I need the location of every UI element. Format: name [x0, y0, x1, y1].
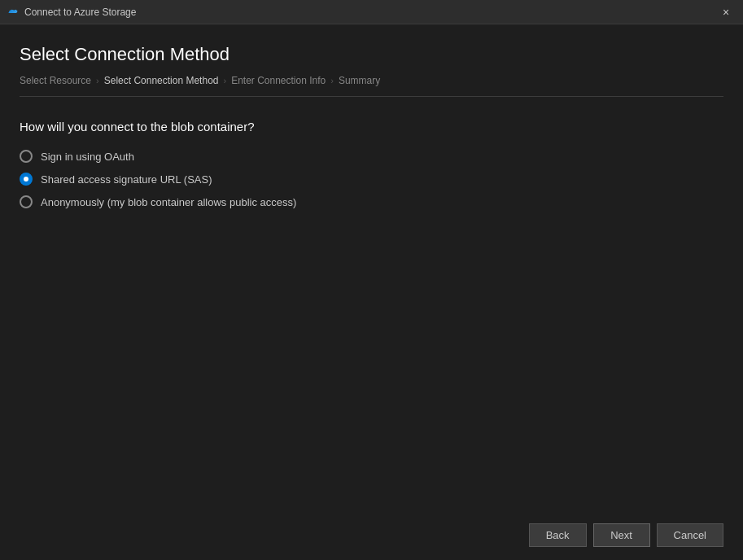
breadcrumb-sep-3: ›: [330, 76, 334, 85]
breadcrumb-item-summary: Summary: [339, 75, 380, 86]
radio-oauth-label: Sign in using OAuth: [41, 151, 134, 163]
title-bar: Connect to Azure Storage ×: [0, 0, 743, 24]
connection-method-group: Sign in using OAuth Shared access signat…: [20, 150, 723, 208]
window-title: Connect to Azure Storage: [24, 7, 715, 18]
radio-anon[interactable]: [20, 195, 33, 208]
footer: Back Next Cancel: [0, 514, 743, 560]
breadcrumb-sep-1: ›: [96, 76, 99, 85]
dialog-body: Select Connection Method Select Resource…: [0, 24, 743, 514]
breadcrumb-sep-2: ›: [223, 76, 226, 85]
app-icon: [7, 6, 20, 19]
breadcrumb-item-select-connection-method: Select Connection Method: [104, 75, 219, 86]
breadcrumb: Select Resource › Select Connection Meth…: [20, 75, 723, 97]
radio-oauth[interactable]: [20, 150, 33, 163]
close-button[interactable]: ×: [715, 2, 736, 23]
page-title: Select Connection Method: [20, 44, 723, 65]
radio-option-sas[interactable]: Shared access signature URL (SAS): [20, 173, 723, 186]
next-button[interactable]: Next: [593, 523, 650, 547]
radio-option-oauth[interactable]: Sign in using OAuth: [20, 150, 723, 163]
connection-question: How will you connect to the blob contain…: [20, 120, 723, 133]
back-button[interactable]: Back: [529, 523, 587, 547]
radio-sas-label: Shared access signature URL (SAS): [41, 173, 212, 186]
breadcrumb-item-enter-connection-info: Enter Connection Info: [231, 75, 326, 86]
cancel-button[interactable]: Cancel: [657, 523, 723, 547]
radio-option-anon[interactable]: Anonymously (my blob container allows pu…: [20, 195, 723, 208]
radio-sas[interactable]: [20, 173, 33, 186]
radio-anon-label: Anonymously (my blob container allows pu…: [41, 196, 296, 208]
breadcrumb-item-select-resource: Select Resource: [20, 75, 91, 86]
